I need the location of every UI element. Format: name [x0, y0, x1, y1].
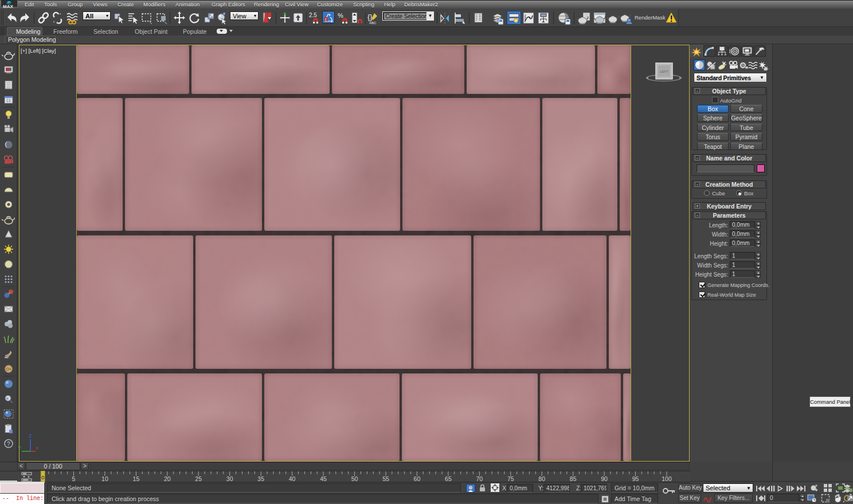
svg-text:75: 75: [507, 475, 514, 482]
svg-text:?: ?: [7, 441, 10, 447]
svg-text:25: 25: [195, 475, 202, 482]
svg-text:MAX: MAX: [3, 4, 13, 9]
svg-text:LEFT: LEFT: [660, 70, 668, 73]
svg-text:55: 55: [382, 475, 389, 482]
svg-text:HF: HF: [5, 356, 9, 359]
svg-text:40: 40: [289, 475, 296, 482]
svg-text:10: 10: [101, 475, 108, 482]
svg-text:✦: ✦: [59, 12, 61, 15]
svg-text:95: 95: [632, 475, 639, 482]
svg-text:ABC: ABC: [369, 21, 377, 25]
svg-text:0: 0: [41, 475, 44, 481]
svg-text:Y: Y: [18, 445, 21, 451]
svg-text:65: 65: [445, 475, 452, 482]
svg-text:O×: O×: [6, 367, 11, 371]
svg-text:50: 50: [351, 475, 358, 482]
svg-text:%: %: [338, 12, 343, 19]
svg-text:2.5: 2.5: [309, 12, 317, 18]
svg-text:✦: ✦: [53, 20, 55, 23]
svg-text:Z: Z: [29, 433, 32, 439]
svg-text:K: K: [6, 397, 9, 400]
svg-text:45: 45: [320, 475, 327, 482]
svg-text:15: 15: [133, 475, 140, 482]
svg-text:60: 60: [414, 475, 421, 482]
svg-text:70: 70: [476, 475, 483, 482]
svg-text:85: 85: [570, 475, 577, 482]
svg-text:30: 30: [226, 475, 233, 482]
svg-text:90: 90: [601, 475, 608, 482]
svg-text:100: 100: [662, 475, 672, 482]
svg-text:80: 80: [538, 475, 545, 482]
svg-text:20: 20: [164, 475, 171, 482]
svg-text:5: 5: [72, 475, 75, 482]
svg-text:35: 35: [257, 475, 264, 482]
svg-text:x: x: [36, 445, 38, 451]
